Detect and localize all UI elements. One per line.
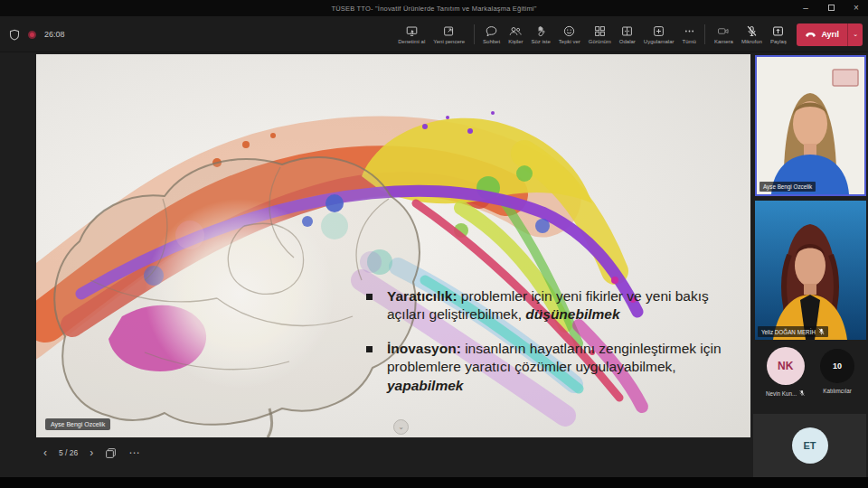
slide-text-block: Yaratıcılık: problemler için yeni fikirl… — [366, 287, 726, 410]
ellipsis-icon — [684, 25, 695, 37]
rooms-button[interactable]: Odalar — [615, 16, 639, 52]
window-title: TÜSEB TTO- "İnovatif Ürünlerde Tanıtım v… — [331, 5, 536, 13]
bullet-text: İnovasyon: insanların hayatlarını zengin… — [387, 340, 726, 395]
mic-off-icon — [818, 328, 825, 335]
shield-icon[interactable] — [9, 29, 20, 41]
microphone-button[interactable]: Mikrofon — [737, 16, 766, 52]
view-button[interactable]: Görünüm — [584, 16, 615, 52]
people-button[interactable]: Kişiler — [505, 16, 527, 52]
take-control-button[interactable]: Denetimi al — [394, 16, 429, 52]
people-icon — [509, 25, 522, 37]
more-nav-options-icon[interactable]: ⋯ — [128, 446, 139, 459]
maximize-box-icon — [828, 5, 835, 11]
share-button[interactable]: Paylaş — [766, 16, 790, 52]
meeting-status-cluster: 26:08 — [9, 16, 65, 52]
mic-off-icon — [799, 389, 805, 397]
participants-label: Katılımcılar — [823, 388, 852, 394]
minimize-icon[interactable]: – — [799, 0, 812, 16]
participant-name-badge: Ayse Bengi Ozcelik — [760, 182, 816, 192]
bullet-emphasis: düşünebilmek — [525, 306, 619, 322]
react-button[interactable]: Tepki ver — [554, 16, 584, 52]
video-tile-yeliz[interactable]: Yeliz DOĞAN MERİH — [755, 201, 866, 340]
presenter-name-badge: Ayse Bengi Ozcelik — [45, 418, 110, 430]
more-actions-button[interactable]: Tümü — [678, 16, 700, 52]
bullet-square-icon — [366, 294, 373, 300]
meeting-toolbar: 26:08 Denetimi al Yeni pencere Sohbet Ki… — [0, 16, 868, 52]
chevron-down-icon: ⌄ — [853, 31, 858, 38]
camera-button[interactable]: Kamera — [710, 16, 737, 52]
window-titlebar: TÜSEB TTO- "İnovatif Ürünlerde Tanıtım v… — [0, 0, 868, 16]
raise-hand-icon — [535, 25, 547, 37]
next-slide-icon[interactable]: › — [90, 446, 93, 459]
yeliz-video-feed — [755, 201, 866, 340]
camera-off-icon — [717, 25, 730, 37]
bullet-square-icon — [366, 346, 373, 352]
close-icon[interactable]: × — [850, 0, 863, 16]
bullet-text: Yaratıcılık: problemler için yeni fikirl… — [387, 287, 726, 324]
participants-label-text: Katılımcılar — [823, 388, 852, 394]
hang-up-icon — [805, 31, 816, 39]
bullet-emphasis: yapabilmek — [387, 378, 463, 393]
avatar: ET — [792, 427, 828, 464]
bullet-sep: : — [457, 341, 465, 356]
private-view-icon[interactable] — [105, 447, 117, 459]
new-window-button[interactable]: Yeni pencere — [429, 16, 469, 52]
breakout-rooms-icon — [621, 25, 633, 37]
smiley-icon — [563, 25, 575, 37]
leave-options-caret[interactable]: ⌄ — [847, 23, 863, 46]
toolbar-divider — [704, 24, 705, 44]
share-screen-icon — [772, 25, 784, 37]
bullet-term: İnovasyon — [387, 341, 457, 356]
recording-indicator-icon — [28, 31, 36, 39]
participant-name-badge: Yeliz DOĞAN MERİH — [758, 326, 828, 337]
pop-out-icon — [443, 25, 455, 37]
slide-page-indicator: 5 / 26 — [59, 448, 78, 457]
ayse-video-feed — [757, 57, 864, 194]
bullet-sep: : — [452, 288, 460, 304]
participant-name-badge: Nevin Kun... — [766, 389, 805, 397]
slide-collapse-handle[interactable]: ⌄ — [393, 419, 409, 435]
screen-control-icon — [406, 25, 418, 37]
avatar: NK — [767, 347, 805, 385]
slide-bullet-creativity: Yaratıcılık: problemler için yeni fikirl… — [366, 287, 726, 324]
slide-bullet-innovation: İnovasyon: insanların hayatlarını zengin… — [366, 340, 726, 395]
shared-presentation-slide[interactable]: Yaratıcılık: problemler için yeni fikirl… — [36, 54, 750, 437]
apps-button[interactable]: Uygulamalar — [639, 16, 678, 52]
bottom-black-strip — [0, 477, 868, 488]
window-controls: – × — [799, 0, 863, 16]
overflow-count-badge: 10 — [820, 349, 854, 383]
toolbar-buttons: Denetimi al Yeni pencere Sohbet Kişiler … — [394, 16, 863, 52]
participant-name: Ayse Bengi Ozcelik — [763, 183, 812, 190]
bullet-term: Yaratıcılık — [387, 288, 452, 304]
video-tile-et[interactable]: ET — [753, 414, 866, 477]
participants-overflow-count[interactable]: 10 Katılımcılar — [820, 347, 854, 394]
grid-view-icon — [594, 25, 606, 37]
toolbar-divider — [474, 24, 475, 44]
slide-navigation: ‹ 5 / 26 › ⋯ — [43, 443, 139, 463]
previous-slide-icon[interactable]: ‹ — [43, 446, 47, 459]
maximize-icon[interactable] — [825, 0, 837, 16]
audio-participants-row: NK Nevin Kun... 10 Katılımcılar — [755, 342, 866, 407]
chat-button[interactable]: Sohbet — [479, 16, 505, 52]
chevron-down-icon: ⌄ — [398, 423, 404, 431]
meeting-stage: Yaratıcılık: problemler için yeni fikirl… — [0, 52, 868, 477]
add-app-icon — [653, 25, 665, 37]
participant-name: Nevin Kun... — [766, 390, 797, 397]
mic-off-icon — [746, 25, 758, 37]
leave-button[interactable]: Ayrıl ⌄ — [797, 23, 863, 46]
leave-button-main[interactable]: Ayrıl — [797, 23, 847, 46]
participant-name: Yeliz DOĞAN MERİH — [761, 329, 816, 335]
participant-nevin[interactable]: NK Nevin Kun... — [766, 347, 805, 397]
chat-icon — [486, 25, 497, 37]
raise-hand-button[interactable]: Söz iste — [527, 16, 554, 52]
video-tile-ayse[interactable]: Ayse Bengi Ozcelik — [755, 55, 866, 196]
meeting-timer: 26:08 — [44, 30, 65, 39]
